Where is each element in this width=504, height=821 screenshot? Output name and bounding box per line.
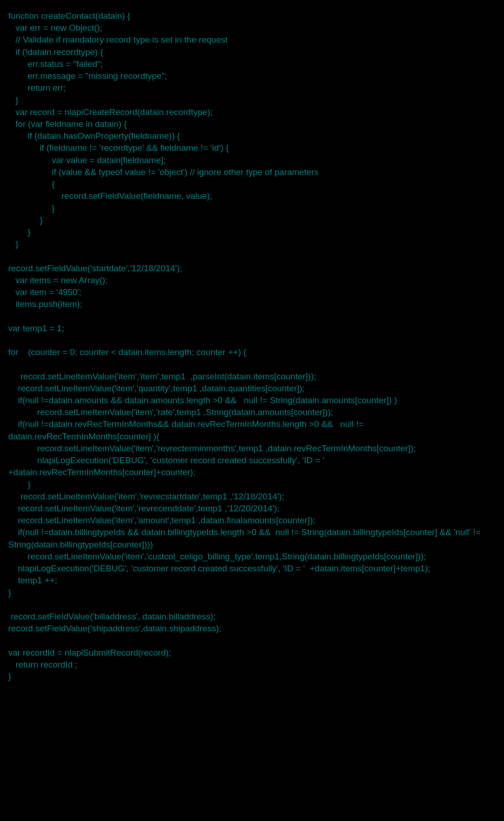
code-snippet: function createContact(datain) { var err… (8, 10, 496, 683)
